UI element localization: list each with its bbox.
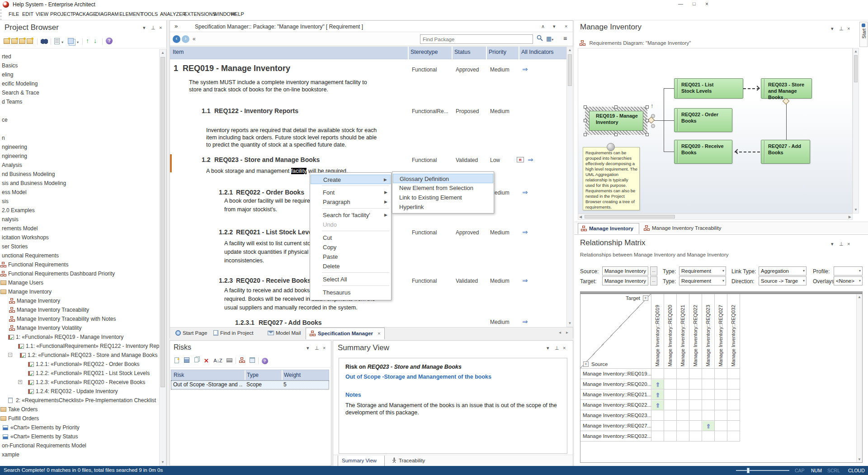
context-menu-item-copy[interactable]: Copy [311, 242, 391, 252]
requirement-box-req019[interactable]: REQ019 - ManageInventory [589, 111, 643, 131]
sort-icon[interactable]: A↓Z [212, 357, 223, 365]
matrix-row-label[interactable]: Manage Inventory::REQ027... [580, 421, 651, 431]
matrix-cell[interactable] [677, 379, 689, 390]
matrix-cell[interactable] [689, 410, 702, 421]
pin-icon[interactable]: ⊥ [839, 26, 844, 32]
new-package-icon[interactable] [11, 38, 18, 44]
spec-row-status[interactable]: Proposed [456, 108, 479, 114]
tree-item[interactable]: Manage Users [0, 278, 159, 287]
risk-link[interactable]: Out of Scope -Storage and Manangement of… [345, 374, 491, 380]
selection-handle[interactable] [614, 105, 618, 109]
overlays-select[interactable]: <None>▾ [834, 276, 863, 285]
close-icon[interactable]: × [563, 345, 566, 351]
tree-item[interactable]: Manage Inventory Traceability [0, 305, 159, 314]
target-expand-icon[interactable]: + [643, 295, 648, 301]
matrix-row-label[interactable]: Manage Inventory::REQ022... [580, 400, 651, 410]
diagram-vscrollbar[interactable]: ▲ ▼ [853, 48, 859, 214]
maximize-button[interactable]: □ [693, 1, 696, 6]
selection-handle[interactable] [646, 105, 649, 109]
risks-column-weight[interactable]: Weight [284, 372, 301, 378]
spec-row-status[interactable]: Validated [456, 278, 478, 284]
spec-row-notes[interactable]: usual suppliers and manually recorded in… [224, 304, 358, 311]
source-browse-button[interactable]: ... [650, 266, 657, 276]
dropdown-icon[interactable]: ▾ [77, 40, 79, 44]
status-toggle-scrl[interactable]: SCRL [827, 468, 840, 473]
link-type-select[interactable]: Aggregation▾ [759, 266, 807, 276]
panel-expand-icon[interactable]: » [175, 23, 178, 29]
spec-row-stereotype[interactable]: FunctionalRe... [412, 108, 448, 114]
search-icon[interactable] [536, 34, 543, 43]
spec-row-priority[interactable]: Medium [490, 66, 509, 73]
close-button[interactable]: × [705, 1, 708, 7]
matrix-cell[interactable] [689, 431, 702, 442]
tree-item[interactable]: 2.0 Examples [0, 206, 159, 215]
spec-row-notes[interactable]: The system MUST include a complete inven… [189, 79, 367, 86]
column-header-stereotype[interactable]: Stereotype [410, 49, 438, 55]
tree-item[interactable]: unctional Requirements [0, 251, 159, 260]
expand-icon[interactable]: + [18, 380, 22, 384]
zoom-slider[interactable] [736, 470, 789, 471]
risks-column-risk[interactable]: Risk [174, 372, 184, 378]
dropdown-icon[interactable]: ▾ [803, 267, 805, 275]
minimize-button[interactable]: — [678, 1, 683, 6]
menu-item-element[interactable]: ELEMENT [119, 11, 143, 17]
navigate-arrow-icon[interactable]: ⇒ [522, 65, 528, 73]
zoom-slider-thumb[interactable] [747, 468, 750, 473]
spec-row-stereotype[interactable]: Functional [412, 157, 437, 163]
spec-row-notes[interactable]: to predict the quantity of stock at a sp… [206, 142, 346, 148]
spec-row-notes[interactable]: inconsistencies. [224, 257, 264, 264]
matrix-row-label[interactable]: Manage Inventory::REQ023... [580, 410, 651, 421]
type-source-select[interactable]: Requirement▾ [679, 266, 726, 276]
matrix-relationship-cell[interactable]: ⇑ [652, 380, 664, 389]
diagram-tab-2[interactable]: Manage Inventory Traceability [641, 223, 735, 234]
spec-row-priority[interactable]: Medium [490, 319, 509, 325]
matrix-cell[interactable] [715, 410, 727, 421]
spec-row-notes[interactable]: Inventory reports are required that deta… [206, 127, 377, 133]
tree-item[interactable]: Manage Inventory Volatility [0, 323, 159, 332]
context-menu-item-cut[interactable]: Cut [311, 233, 391, 242]
tree-item[interactable]: Manage Inventory [0, 296, 159, 305]
tree-item[interactable]: ngineering [0, 142, 159, 152]
requirement-box-req027[interactable]: REQ027 - AddBooks [761, 140, 810, 164]
spec-row-status[interactable]: Validated [456, 157, 478, 163]
properties-icon[interactable] [248, 357, 256, 365]
new-package-icon[interactable] [27, 38, 33, 44]
tree-item[interactable]: 2: «RequirementsChecklist» Pre-Implement… [0, 396, 159, 405]
new-item-icon[interactable]: ✦ [173, 357, 180, 365]
context-menu-item-thesaurus[interactable]: Thesaurus [311, 288, 391, 297]
tree-item[interactable]: nd Business Modeling [0, 170, 159, 179]
layers-icon[interactable] [68, 38, 74, 44]
matrix-relationship-cell[interactable]: ⇑ [652, 390, 664, 399]
spec-row-priority[interactable]: Medium [490, 278, 509, 284]
help-icon[interactable]: ? [106, 38, 113, 44]
tree-scrollbar[interactable]: ▲ ▼ [159, 49, 166, 466]
menu-item-extensions[interactable]: EXTENSIONS [184, 11, 216, 17]
matrix-cell[interactable] [702, 390, 715, 400]
requirement-box-req020[interactable]: REQ020 - ReceiveBooks [674, 140, 732, 164]
tree-item[interactable]: ce [0, 115, 159, 124]
matrix-cell[interactable] [677, 400, 689, 410]
column-header-priority[interactable]: Priority [489, 49, 506, 55]
matrix-cell[interactable] [715, 390, 727, 400]
tree-item[interactable]: Functional Requirements Dashboard Priori… [0, 269, 159, 278]
matrix-row-label[interactable]: Manage Inventory::REQ021... [580, 390, 651, 400]
tree-item[interactable]: icitation Workshops [0, 233, 159, 242]
pin-icon[interactable]: ⊥ [555, 345, 559, 351]
context-menu-item-font[interactable]: Font▶ [311, 188, 391, 197]
matrix-cell[interactable] [664, 369, 677, 379]
matrix-cell[interactable] [727, 379, 740, 390]
menu-item-diagram[interactable]: DIAGRAM [95, 11, 118, 17]
column-header-status[interactable]: Status [454, 49, 470, 55]
matrix-cell[interactable] [677, 421, 689, 431]
edit-document-icon[interactable] [54, 38, 60, 44]
panel-menu-icon[interactable]: ▾ [307, 345, 309, 351]
pin-icon[interactable]: ⊥ [315, 345, 319, 351]
tree-item[interactable]: Manage Inventory Traceability with Notes [0, 314, 159, 323]
tab-scroll-left-icon[interactable]: ◂ [559, 330, 561, 335]
type-target-select[interactable]: Requirement▾ [679, 276, 726, 285]
menu-item-view[interactable]: VIEW [36, 11, 48, 17]
tree-item[interactable]: on-Functional Requirements Model [0, 441, 159, 450]
requirement-box-req022[interactable]: REQ022 - OrderBooks [674, 108, 732, 132]
collapse-icon[interactable]: − [8, 353, 12, 357]
spec-row-status[interactable]: Approved [456, 229, 479, 236]
